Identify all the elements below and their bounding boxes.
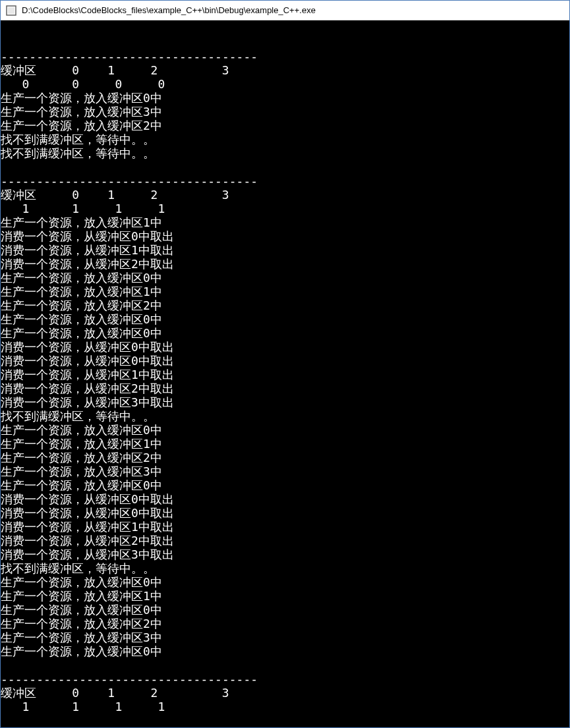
console-line: 生产一个资源，放入缓冲区0中 xyxy=(1,91,569,105)
console-line: 找不到满缓冲区，等待中。。 xyxy=(1,132,569,146)
console-line: 消费一个资源，从缓冲区2中取出 xyxy=(1,381,569,395)
console-line: 生产一个资源，放入缓冲区3中 xyxy=(1,630,569,644)
console-line: 找不到满缓冲区，等待中。。 xyxy=(1,146,569,160)
console-line: ------------------------------------ xyxy=(1,49,569,63)
console-line: 消费一个资源，从缓冲区3中取出 xyxy=(1,395,569,409)
console-line: 生产一个资源，放入缓冲区1中 xyxy=(1,437,569,451)
console-line: 生产一个资源，放入缓冲区2中 xyxy=(1,617,569,630)
console-line: 生产一个资源，放入缓冲区2中 xyxy=(1,298,569,312)
console-line: 消费一个资源，从缓冲区0中取出 xyxy=(1,492,569,506)
console-line: 生产一个资源，放入缓冲区2中 xyxy=(1,451,569,464)
console-line: 找不到满缓冲区，等待中。。 xyxy=(1,409,569,423)
console-line: 缓冲区 0 1 2 3 xyxy=(1,686,569,700)
console-line: 生产一个资源，放入缓冲区0中 xyxy=(1,575,569,589)
console-line: 消费一个资源，从缓冲区3中取出 xyxy=(1,547,569,561)
console-line: ------------------------------------ xyxy=(1,174,569,188)
console-line: 生产一个资源，放入缓冲区3中 xyxy=(1,105,569,119)
console-line: ------------------------------------ xyxy=(1,672,569,686)
console-line xyxy=(1,160,569,174)
console-line: 生产一个资源，放入缓冲区0中 xyxy=(1,423,569,437)
console-line: 消费一个资源，从缓冲区0中取出 xyxy=(1,229,569,243)
console-line: 消费一个资源，从缓冲区0中取出 xyxy=(1,354,569,368)
console-line: 消费一个资源，从缓冲区1中取出 xyxy=(1,243,569,257)
console-line: 生产一个资源，放入缓冲区0中 xyxy=(1,326,569,340)
console-line: 消费一个资源，从缓冲区0中取出 xyxy=(1,506,569,520)
console-line: 生产一个资源，放入缓冲区0中 xyxy=(1,644,569,658)
console-line xyxy=(1,658,569,672)
console-line: 生产一个资源，放入缓冲区3中 xyxy=(1,464,569,478)
svg-rect-1 xyxy=(8,7,14,14)
titlebar[interactable]: D:\CodeBlocks\CodeBlocks_files\example_C… xyxy=(1,1,569,20)
console-line: 生产一个资源，放入缓冲区0中 xyxy=(1,603,569,617)
app-icon xyxy=(6,5,16,16)
console-line: 缓冲区 0 1 2 3 xyxy=(1,63,569,77)
console-line: 生产一个资源，放入缓冲区1中 xyxy=(1,215,569,229)
console-line: 找不到满缓冲区，等待中。。 xyxy=(1,561,569,575)
console-line: 生产一个资源，放入缓冲区0中 xyxy=(1,478,569,492)
console-line: 0 0 0 0 xyxy=(1,77,569,91)
console-line: 生产一个资源，放入缓冲区1中 xyxy=(1,285,569,298)
console-line: 消费一个资源，从缓冲区2中取出 xyxy=(1,534,569,547)
console-line: 生产一个资源，放入缓冲区0中 xyxy=(1,271,569,285)
console-line: 生产一个资源，放入缓冲区0中 xyxy=(1,312,569,326)
console-output[interactable]: ------------------------------------缓冲区 … xyxy=(1,20,569,727)
console-line: 生产一个资源，放入缓冲区2中 xyxy=(1,119,569,132)
console-line: 缓冲区 0 1 2 3 xyxy=(1,188,569,202)
console-line: 消费一个资源，从缓冲区1中取出 xyxy=(1,520,569,534)
console-line: 1 1 1 1 xyxy=(1,202,569,215)
console-window: D:\CodeBlocks\CodeBlocks_files\example_C… xyxy=(0,0,570,728)
console-line: 消费一个资源，从缓冲区0中取出 xyxy=(1,340,569,354)
console-line: 生产一个资源，放入缓冲区1中 xyxy=(1,589,569,603)
window-title: D:\CodeBlocks\CodeBlocks_files\example_C… xyxy=(22,5,316,15)
console-line: 消费一个资源，从缓冲区1中取出 xyxy=(1,368,569,381)
console-line: 1 1 1 1 xyxy=(1,700,569,714)
console-line: 消费一个资源，从缓冲区2中取出 xyxy=(1,257,569,271)
console-line xyxy=(1,714,569,727)
